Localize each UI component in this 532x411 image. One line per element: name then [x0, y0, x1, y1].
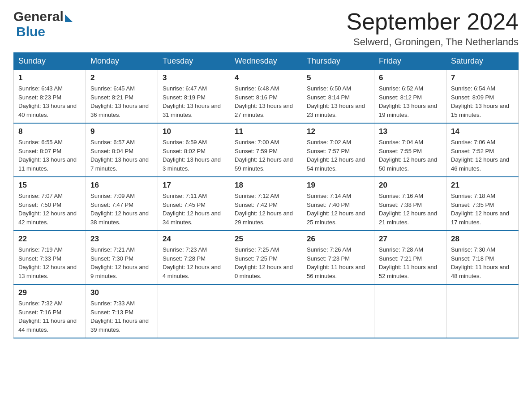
- week-row-4: 22Sunrise: 7:19 AMSunset: 7:33 PMDayligh…: [14, 231, 519, 284]
- day-number: 15: [18, 181, 81, 190]
- day-number: 9: [90, 127, 153, 136]
- day-number: 28: [451, 235, 514, 244]
- calendar-cell: 8Sunrise: 6:55 AMSunset: 8:07 PMDaylight…: [14, 123, 86, 177]
- day-number: 17: [163, 181, 225, 190]
- calendar-cell: 10Sunrise: 6:59 AMSunset: 8:02 PMDayligh…: [158, 123, 230, 177]
- calendar-cell: 28Sunrise: 7:30 AMSunset: 7:18 PMDayligh…: [446, 231, 519, 284]
- calendar-header-row: Sunday Monday Tuesday Wednesday Thursday…: [14, 53, 519, 70]
- day-number: 25: [235, 235, 297, 244]
- location-subtitle: Selwerd, Groningen, The Netherlands: [347, 36, 519, 48]
- calendar-cell: 2Sunrise: 6:45 AMSunset: 8:21 PMDaylight…: [86, 70, 158, 124]
- day-number: 29: [18, 288, 81, 297]
- col-saturday: Saturday: [446, 53, 519, 70]
- day-number: 26: [307, 235, 369, 244]
- calendar-cell: 13Sunrise: 7:04 AMSunset: 7:55 PMDayligh…: [374, 123, 446, 177]
- col-friday: Friday: [374, 53, 446, 70]
- day-info: Sunrise: 7:14 AMSunset: 7:40 PMDaylight:…: [307, 192, 369, 227]
- calendar-cell: 1Sunrise: 6:43 AMSunset: 8:23 PMDaylight…: [14, 70, 86, 124]
- calendar-cell: 19Sunrise: 7:14 AMSunset: 7:40 PMDayligh…: [302, 177, 374, 231]
- calendar-cell: 16Sunrise: 7:09 AMSunset: 7:47 PMDayligh…: [86, 177, 158, 231]
- day-info: Sunrise: 6:50 AMSunset: 8:14 PMDaylight:…: [307, 84, 369, 119]
- day-number: 18: [235, 181, 297, 190]
- calendar-cell: 5Sunrise: 6:50 AMSunset: 8:14 PMDaylight…: [302, 70, 374, 124]
- day-number: 19: [307, 181, 369, 190]
- logo-general-text: General: [13, 9, 64, 24]
- calendar-cell: 6Sunrise: 6:52 AMSunset: 8:12 PMDaylight…: [374, 70, 446, 124]
- calendar-cell: [302, 284, 374, 338]
- calendar-cell: 23Sunrise: 7:21 AMSunset: 7:30 PMDayligh…: [86, 231, 158, 284]
- day-number: 3: [163, 73, 225, 82]
- day-info: Sunrise: 7:11 AMSunset: 7:45 PMDaylight:…: [163, 192, 225, 227]
- logo-triangle-icon: [65, 14, 73, 22]
- calendar-cell: 12Sunrise: 7:02 AMSunset: 7:57 PMDayligh…: [302, 123, 374, 177]
- day-number: 7: [451, 73, 514, 82]
- day-info: Sunrise: 7:23 AMSunset: 7:28 PMDaylight:…: [163, 245, 225, 280]
- calendar-cell: 21Sunrise: 7:18 AMSunset: 7:35 PMDayligh…: [446, 177, 519, 231]
- week-row-5: 29Sunrise: 7:32 AMSunset: 7:16 PMDayligh…: [14, 284, 519, 338]
- day-info: Sunrise: 7:32 AMSunset: 7:16 PMDaylight:…: [18, 299, 81, 334]
- col-thursday: Thursday: [302, 53, 374, 70]
- calendar-cell: 15Sunrise: 7:07 AMSunset: 7:50 PMDayligh…: [14, 177, 86, 231]
- col-sunday: Sunday: [14, 53, 86, 70]
- day-info: Sunrise: 6:59 AMSunset: 8:02 PMDaylight:…: [163, 138, 225, 173]
- calendar-cell: 20Sunrise: 7:16 AMSunset: 7:38 PMDayligh…: [374, 177, 446, 231]
- calendar-cell: 4Sunrise: 6:48 AMSunset: 8:16 PMDaylight…: [230, 70, 302, 124]
- calendar-cell: [446, 284, 519, 338]
- day-number: 13: [379, 127, 442, 136]
- logo: General Blue: [13, 9, 73, 39]
- calendar-cell: 27Sunrise: 7:28 AMSunset: 7:21 PMDayligh…: [374, 231, 446, 284]
- calendar-cell: 24Sunrise: 7:23 AMSunset: 7:28 PMDayligh…: [158, 231, 230, 284]
- week-row-1: 1Sunrise: 6:43 AMSunset: 8:23 PMDaylight…: [14, 70, 519, 124]
- page-header: General Blue September 2024 Selwerd, Gro…: [13, 9, 519, 48]
- day-info: Sunrise: 6:47 AMSunset: 8:19 PMDaylight:…: [163, 84, 225, 119]
- day-info: Sunrise: 7:26 AMSunset: 7:23 PMDaylight:…: [307, 245, 369, 280]
- col-tuesday: Tuesday: [158, 53, 230, 70]
- day-info: Sunrise: 7:28 AMSunset: 7:21 PMDaylight:…: [379, 245, 442, 280]
- calendar-cell: 3Sunrise: 6:47 AMSunset: 8:19 PMDaylight…: [158, 70, 230, 124]
- day-info: Sunrise: 7:09 AMSunset: 7:47 PMDaylight:…: [90, 192, 153, 227]
- calendar-cell: [158, 284, 230, 338]
- day-info: Sunrise: 7:33 AMSunset: 7:13 PMDaylight:…: [90, 299, 153, 334]
- calendar-cell: 30Sunrise: 7:33 AMSunset: 7:13 PMDayligh…: [86, 284, 158, 338]
- calendar-cell: 22Sunrise: 7:19 AMSunset: 7:33 PMDayligh…: [14, 231, 86, 284]
- calendar-cell: 7Sunrise: 6:54 AMSunset: 8:09 PMDaylight…: [446, 70, 519, 124]
- day-info: Sunrise: 7:00 AMSunset: 7:59 PMDaylight:…: [235, 138, 297, 173]
- day-info: Sunrise: 6:45 AMSunset: 8:21 PMDaylight:…: [90, 84, 153, 119]
- day-info: Sunrise: 6:43 AMSunset: 8:23 PMDaylight:…: [18, 84, 81, 119]
- day-info: Sunrise: 6:55 AMSunset: 8:07 PMDaylight:…: [18, 138, 81, 173]
- day-number: 1: [18, 73, 81, 82]
- calendar-cell: 14Sunrise: 7:06 AMSunset: 7:52 PMDayligh…: [446, 123, 519, 177]
- calendar-cell: 29Sunrise: 7:32 AMSunset: 7:16 PMDayligh…: [14, 284, 86, 338]
- day-info: Sunrise: 7:16 AMSunset: 7:38 PMDaylight:…: [379, 192, 442, 227]
- calendar-cell: 17Sunrise: 7:11 AMSunset: 7:45 PMDayligh…: [158, 177, 230, 231]
- day-info: Sunrise: 6:54 AMSunset: 8:09 PMDaylight:…: [451, 84, 514, 119]
- calendar-cell: 18Sunrise: 7:12 AMSunset: 7:42 PMDayligh…: [230, 177, 302, 231]
- calendar-cell: 9Sunrise: 6:57 AMSunset: 8:04 PMDaylight…: [86, 123, 158, 177]
- day-number: 4: [235, 73, 297, 82]
- week-row-3: 15Sunrise: 7:07 AMSunset: 7:50 PMDayligh…: [14, 177, 519, 231]
- day-number: 5: [307, 73, 369, 82]
- day-number: 27: [379, 235, 442, 244]
- day-info: Sunrise: 6:52 AMSunset: 8:12 PMDaylight:…: [379, 84, 442, 119]
- day-number: 6: [379, 73, 442, 82]
- month-title: September 2024: [347, 9, 519, 34]
- calendar-cell: 26Sunrise: 7:26 AMSunset: 7:23 PMDayligh…: [302, 231, 374, 284]
- day-number: 16: [90, 181, 153, 190]
- logo-blue-text: Blue: [16, 24, 45, 39]
- day-number: 20: [379, 181, 442, 190]
- day-info: Sunrise: 7:06 AMSunset: 7:52 PMDaylight:…: [451, 138, 514, 173]
- day-number: 12: [307, 127, 369, 136]
- day-number: 10: [163, 127, 225, 136]
- day-info: Sunrise: 7:25 AMSunset: 7:25 PMDaylight:…: [235, 245, 297, 280]
- day-info: Sunrise: 6:48 AMSunset: 8:16 PMDaylight:…: [235, 84, 297, 119]
- day-number: 21: [451, 181, 514, 190]
- day-number: 11: [235, 127, 297, 136]
- day-info: Sunrise: 7:12 AMSunset: 7:42 PMDaylight:…: [235, 192, 297, 227]
- col-monday: Monday: [86, 53, 158, 70]
- day-info: Sunrise: 7:07 AMSunset: 7:50 PMDaylight:…: [18, 192, 81, 227]
- week-row-2: 8Sunrise: 6:55 AMSunset: 8:07 PMDaylight…: [14, 123, 519, 177]
- day-info: Sunrise: 7:04 AMSunset: 7:55 PMDaylight:…: [379, 138, 442, 173]
- day-number: 23: [90, 235, 153, 244]
- calendar-cell: [230, 284, 302, 338]
- calendar-table: Sunday Monday Tuesday Wednesday Thursday…: [13, 52, 519, 338]
